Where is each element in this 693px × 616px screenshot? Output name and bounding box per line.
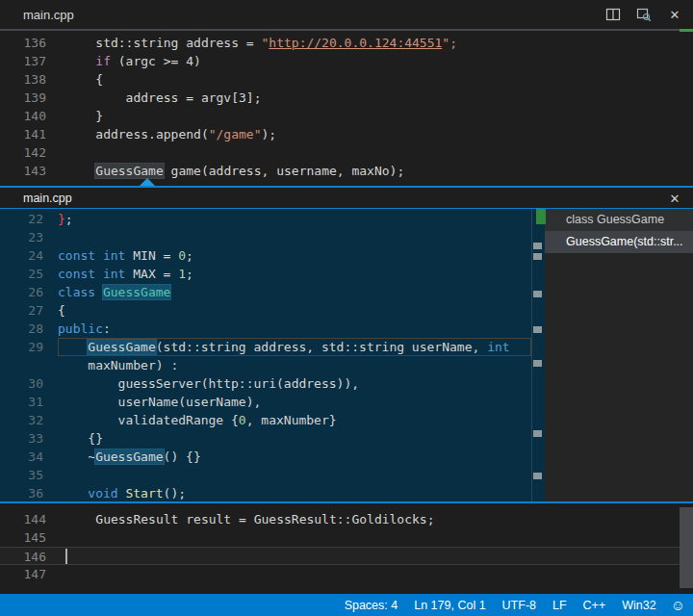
line-number[interactable]: 137	[0, 52, 46, 70]
editor-actions: ✕	[603, 0, 685, 29]
code-token: const	[58, 267, 95, 281]
code-line[interactable]: 27{	[0, 301, 531, 320]
code-token: ;	[186, 267, 193, 281]
code-token: , maxNumber}	[246, 413, 337, 427]
code-token	[95, 248, 103, 263]
vertical-scrollbar[interactable]	[680, 507, 693, 588]
line-number[interactable]: 29	[0, 338, 43, 356]
code-token: std::string address =	[65, 36, 262, 50]
code-line[interactable]: 147	[0, 565, 680, 583]
code-token	[58, 486, 88, 500]
code-line[interactable]: 26class GuessGame	[0, 283, 531, 301]
code-text: validatedRange {0, maxNumber}	[58, 411, 531, 429]
line-number[interactable]: 25	[0, 265, 43, 283]
code-line[interactable]: 35	[0, 466, 531, 484]
code-text: public:	[58, 320, 531, 338]
code-token: 1	[178, 267, 186, 281]
code-line[interactable]: 22};	[0, 210, 531, 228]
line-number[interactable]: 36	[0, 484, 43, 501]
line-number[interactable]: 136	[0, 34, 46, 52]
code-line[interactable]: 36 void Start();	[0, 484, 531, 501]
reference-item[interactable]: class GuessGame	[545, 209, 693, 231]
line-number[interactable]: 28	[0, 320, 43, 338]
code-line[interactable]: 33 {}	[0, 429, 531, 448]
code-line[interactable]: 31 userName(userName),	[0, 393, 531, 411]
status-item-platform[interactable]: Win32	[622, 599, 655, 612]
code-line[interactable]: 139 address = argv[3];	[0, 89, 680, 107]
code-token: public	[58, 321, 103, 336]
code-token: userName(userName),	[58, 395, 261, 409]
code-line[interactable]: maxNumber) :	[0, 356, 531, 374]
peek-close-icon[interactable]: ✕	[664, 188, 685, 209]
code-token: 0	[239, 413, 246, 427]
status-item-encoding[interactable]: UTF-8	[502, 599, 536, 612]
code-line[interactable]: 144 GuessResult result = GuessResult::Go…	[0, 510, 680, 528]
code-text: GuessGame game(address, username, maxNo)…	[65, 162, 680, 180]
line-number[interactable]: 26	[0, 283, 43, 301]
line-number[interactable]: 140	[0, 107, 46, 125]
code-line[interactable]: 29 GuessGame(std::string address, std::s…	[0, 338, 531, 356]
code-line[interactable]: 137 if (argc >= 4)	[0, 52, 680, 70]
line-number[interactable]: 141	[0, 125, 46, 143]
reference-item[interactable]: GuessGame(std::str...	[545, 231, 693, 253]
split-editor-icon[interactable]	[603, 4, 624, 25]
line-number[interactable]: 143	[0, 162, 46, 180]
line-number[interactable]: 30	[0, 374, 43, 393]
code-line[interactable]: 142	[0, 143, 680, 162]
feedback-smiley-icon[interactable]: ☺	[671, 594, 685, 616]
code-line[interactable]: 32 validatedRange {0, maxNumber}	[0, 411, 531, 429]
line-number[interactable]: 147	[0, 565, 46, 583]
code-line[interactable]: 23	[0, 228, 531, 246]
peek-header: main.cpp ✕	[0, 188, 693, 209]
line-number[interactable]: 23	[0, 228, 43, 246]
code-line[interactable]: 140 }	[0, 107, 680, 125]
code-line[interactable]: 24const int MIN = 0;	[0, 246, 531, 265]
line-number[interactable]: 22	[0, 210, 43, 228]
code-line[interactable]: 136 std::string address = "http://20.0.0…	[0, 34, 680, 52]
code-line[interactable]: 146	[0, 547, 680, 565]
line-number[interactable]: 35	[0, 466, 43, 484]
line-number[interactable]: 27	[0, 301, 43, 320]
code-line[interactable]: 30 guessServer(http::uri(address)),	[0, 374, 531, 393]
code-line[interactable]: 34 ~GuessGame() {}	[0, 448, 531, 466]
line-number[interactable]: 34	[0, 448, 43, 466]
code-token	[95, 285, 103, 299]
line-number[interactable]: 138	[0, 70, 46, 89]
code-line[interactable]: 28public:	[0, 320, 531, 338]
peek-reference-list: class GuessGameGuessGame(std::str...	[545, 209, 693, 501]
code-text	[65, 565, 680, 583]
editor-lines-top[interactable]: 136 std::string address = "http://20.0.0…	[0, 31, 680, 180]
code-token: int	[103, 267, 125, 281]
line-number[interactable]: 142	[0, 143, 46, 162]
line-number[interactable]: 146	[0, 548, 46, 564]
line-number[interactable]: 144	[0, 510, 46, 528]
editor-lines-bottom[interactable]: 144 GuessResult result = GuessResult::Go…	[0, 507, 680, 583]
code-line[interactable]: 138 {	[0, 70, 680, 89]
code-text: GuessResult result = GuessResult::Goldil…	[65, 510, 680, 528]
code-token	[65, 54, 95, 68]
code-line[interactable]: 25const int MAX = 1;	[0, 265, 531, 283]
code-line[interactable]: 145	[0, 528, 680, 547]
line-number[interactable]: 24	[0, 246, 43, 265]
code-line[interactable]: 143 GuessGame game(address, username, ma…	[0, 162, 680, 180]
code-text	[58, 466, 531, 484]
status-item-indentation[interactable]: Spaces: 4	[345, 599, 398, 612]
line-number[interactable]: 31	[0, 393, 43, 411]
status-item-eol-sequence[interactable]: LF	[552, 599, 567, 612]
code-line[interactable]: 141 address.append("/game");	[0, 125, 680, 143]
open-preview-icon[interactable]	[633, 4, 654, 25]
line-number[interactable]: 139	[0, 89, 46, 107]
code-token: void	[88, 486, 117, 500]
line-number[interactable]	[0, 356, 43, 374]
line-number[interactable]: 32	[0, 411, 43, 429]
code-token	[58, 340, 88, 354]
code-text: GuessGame(std::string address, std::stri…	[58, 338, 531, 356]
status-item-language-mode[interactable]: C++	[583, 599, 606, 612]
ruler-git-added-marker	[536, 209, 546, 224]
peek-editor[interactable]: 22};2324const int MIN = 0;25const int MA…	[0, 209, 531, 501]
close-editor-icon[interactable]: ✕	[664, 4, 685, 25]
status-item-cursor-position[interactable]: Ln 179, Col 1	[414, 599, 485, 612]
line-number[interactable]: 145	[0, 528, 46, 547]
line-number[interactable]: 33	[0, 429, 43, 448]
code-text	[65, 548, 680, 564]
